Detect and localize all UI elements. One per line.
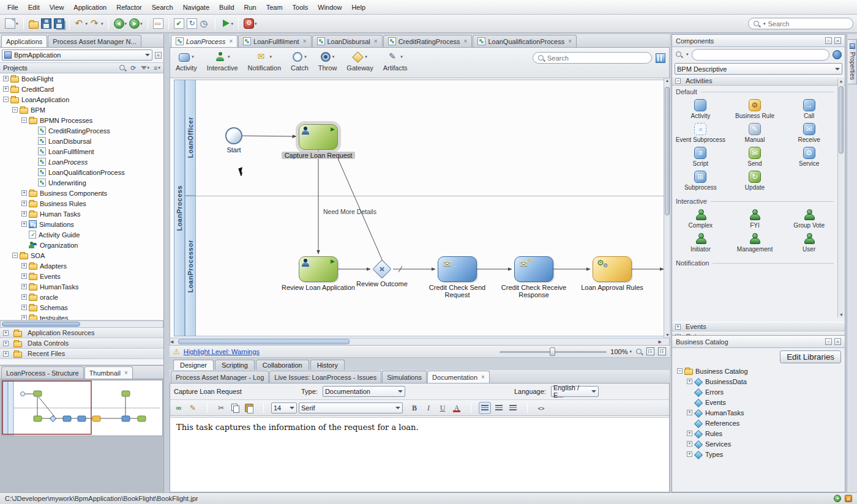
- bpmn-node-start[interactable]: [225, 127, 242, 144]
- component-item[interactable]: Business Rule: [728, 97, 782, 121]
- log-tab[interactable]: Process Asset Manager - Log: [171, 371, 269, 383]
- catalog-item[interactable]: References: [672, 418, 845, 428]
- expand-toggle-icon[interactable]: +: [21, 201, 27, 206]
- dock-tab[interactable]: LoanProcess - Structure: [1, 366, 84, 379]
- toolbar-button[interactable]: [234, 17, 242, 31]
- component-item[interactable]: Send: [728, 145, 782, 169]
- close-icon[interactable]: ×: [303, 38, 307, 45]
- thumbnail-preview[interactable]: [1, 380, 163, 436]
- toolbar-button[interactable]: [53, 17, 65, 30]
- find-icon[interactable]: [119, 64, 126, 72]
- tree-item[interactable]: + Human Tasks: [0, 209, 163, 219]
- menu-item[interactable]: Edit: [23, 2, 45, 13]
- toolbar-button[interactable]: [28, 18, 40, 30]
- menu-item[interactable]: View: [45, 2, 69, 13]
- palette-button[interactable]: ▾ Activity: [174, 50, 199, 72]
- catalog-item[interactable]: − Business Catalog: [672, 366, 845, 376]
- navigator-tab[interactable]: Process Asset Manager N...: [48, 35, 141, 47]
- expand-toggle-icon[interactable]: +: [687, 451, 692, 457]
- view-tab[interactable]: Collaboration: [256, 360, 309, 370]
- catalog-item[interactable]: + Types: [672, 449, 845, 459]
- menu-item[interactable]: Tools: [288, 2, 313, 13]
- toolbar-button[interactable]: ▾: [73, 17, 89, 30]
- close-icon[interactable]: ×: [464, 38, 468, 45]
- tree-item[interactable]: + Adapters: [0, 261, 163, 271]
- editor-tab[interactable]: LoanQualificationProcess ×: [473, 35, 577, 47]
- tree-item[interactable]: LoanQualificationProcess: [0, 167, 163, 177]
- format-button[interactable]: [493, 402, 505, 414]
- tree-item[interactable]: Activity Guide: [0, 229, 163, 240]
- editor-tab[interactable]: LoanFullfilment ×: [238, 35, 311, 47]
- toolbar-button[interactable]: [65, 17, 73, 31]
- layout-icon[interactable]: [656, 53, 665, 63]
- bpmn-node-review-outcome[interactable]: ×: [373, 260, 391, 278]
- format-button[interactable]: I: [422, 402, 435, 414]
- tree-item[interactable]: Organization: [0, 240, 163, 250]
- format-button[interactable]: [173, 402, 185, 414]
- components-scrollbar[interactable]: ▲▼: [837, 79, 844, 317]
- tree-item[interactable]: + Business Components: [0, 188, 163, 198]
- format-button[interactable]: U: [436, 402, 449, 414]
- format-button[interactable]: [243, 402, 255, 414]
- view-tab[interactable]: Scripting: [215, 360, 255, 370]
- expand-toggle-icon[interactable]: +: [21, 263, 27, 269]
- view-tab[interactable]: Designer: [173, 360, 214, 370]
- expand-toggle-icon[interactable]: −: [677, 368, 683, 374]
- documentation-editor[interactable]: This task captures the information of th…: [170, 417, 669, 492]
- expand-toggle-icon[interactable]: +: [3, 86, 9, 92]
- toolbar-button[interactable]: [105, 17, 113, 31]
- log-tab[interactable]: Simulations: [382, 371, 427, 383]
- expand-toggle-icon[interactable]: +: [687, 410, 692, 415]
- toolbar-button[interactable]: [165, 17, 173, 31]
- palette-button[interactable]: ▾ Catch: [289, 50, 310, 72]
- expand-toggle-icon[interactable]: +: [21, 190, 27, 196]
- toolbar-button[interactable]: ▾: [113, 17, 129, 30]
- view-options-icon[interactable]: ≡▾: [154, 64, 160, 72]
- tree-item[interactable]: + Simulations: [0, 219, 163, 229]
- view-tab[interactable]: History: [310, 360, 345, 370]
- component-item[interactable]: Script: [673, 145, 728, 169]
- filter-icon[interactable]: ▾: [141, 65, 150, 70]
- editor-tab[interactable]: CreditRatingProcess ×: [383, 35, 473, 47]
- slider-thumb[interactable]: [550, 347, 555, 356]
- scrollbar-thumb[interactable]: [2, 322, 80, 327]
- edit-libraries-button[interactable]: Edit Libraries: [780, 350, 841, 363]
- bpmn-canvas[interactable]: LoanProcess LoanOfficer LoanProcessor St…: [170, 78, 670, 338]
- component-item[interactable]: Call: [782, 97, 836, 121]
- palette-button[interactable]: ▾ Notification: [246, 50, 283, 72]
- global-search[interactable]: ▾: [748, 18, 853, 29]
- toolbar-button[interactable]: ▾: [128, 17, 144, 30]
- tree-item[interactable]: LoanFullfilment: [0, 146, 163, 157]
- catalog-item[interactable]: + Rules: [672, 428, 845, 439]
- components-search-input[interactable]: [697, 51, 825, 58]
- bpmn-node-credit-check-receive-response[interactable]: [514, 256, 553, 282]
- tree-item[interactable]: LoanProcess: [0, 157, 163, 167]
- log-tab[interactable]: Live Issues: LoanProcess - Issues: [269, 371, 381, 383]
- expand-toggle-icon[interactable]: +: [3, 76, 9, 81]
- dock-tab[interactable]: Thumbnail ×: [84, 366, 133, 379]
- close-icon[interactable]: ×: [374, 38, 378, 45]
- component-item[interactable]: FYI: [728, 207, 782, 231]
- section-activities[interactable]: −Activities: [672, 76, 845, 86]
- palette-button[interactable]: ▾ Throw: [316, 50, 339, 72]
- format-button[interactable]: [201, 402, 213, 414]
- restore-icon[interactable]: ▫: [825, 37, 832, 44]
- restore-icon[interactable]: ▫: [825, 338, 832, 345]
- close-icon[interactable]: ×: [834, 338, 841, 345]
- scrollbar-thumb[interactable]: [839, 86, 844, 154]
- application-menu-icon[interactable]: ≡: [155, 52, 162, 59]
- toolbar-button[interactable]: [40, 17, 53, 30]
- editor-tab[interactable]: LoanDisbursal ×: [312, 35, 383, 47]
- component-item[interactable]: Complex: [673, 207, 728, 231]
- grid-icon[interactable]: [658, 347, 666, 355]
- tree-item[interactable]: + CreditCard: [0, 84, 163, 94]
- accordion-header[interactable]: + Application Resources: [0, 328, 163, 338]
- expand-toggle-icon[interactable]: +: [21, 221, 27, 227]
- tree-item[interactable]: Underwriting: [0, 177, 163, 188]
- fit-to-window-icon[interactable]: [646, 347, 654, 355]
- toolbar-button[interactable]: [198, 17, 211, 30]
- menu-item[interactable]: Help: [346, 2, 370, 13]
- catalog-item[interactable]: + BusinessData: [672, 376, 845, 387]
- close-icon[interactable]: ×: [834, 37, 841, 44]
- tree-item[interactable]: + HumanTasks: [0, 281, 163, 292]
